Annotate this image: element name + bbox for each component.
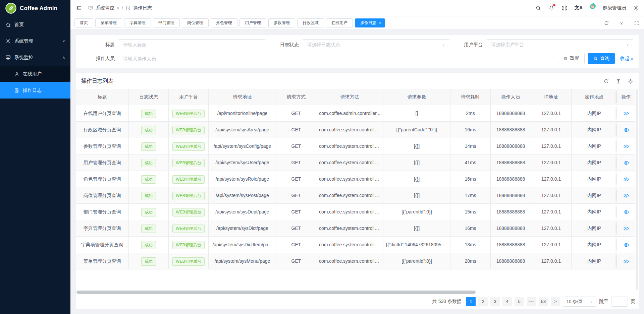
cell-params: [{}] [383,138,450,154]
refresh-icon[interactable] [603,78,609,84]
cell-params: [{"dictId":140647326180950... [383,237,450,253]
sidebar-item-system-monitor[interactable]: 系统监控 ∧ [0,49,70,66]
sidebar-item-operation-log[interactable]: 操作日志 [0,82,70,99]
refresh-tab-icon[interactable] [599,16,614,29]
view-detail-eye-icon[interactable] [623,127,629,133]
sidebar: Coffee Admin 首页 系统管理 ∨ 系统监控 ∧ 在线用户 [0,0,70,314]
tab-item[interactable]: 部门管理 [153,18,180,27]
view-detail-eye-icon[interactable] [623,226,629,232]
table-row: 岗位管理分页查询成功WEB管理后台/api/system/sysPost/pag… [76,187,639,204]
app-logo[interactable]: Coffee Admin [0,0,70,16]
fullscreen-icon[interactable] [561,5,568,11]
cell-time: 16ms [450,122,491,138]
view-detail-eye-icon[interactable] [623,143,629,149]
menu-fold-icon[interactable] [76,5,82,11]
view-detail-eye-icon[interactable] [623,111,629,117]
app-title: Coffee Admin [20,5,57,12]
username-label: 超级管理员 [603,5,626,11]
table-row: 部门管理分页查询成功WEB管理后台/api/system/sysDept/pag… [76,204,639,220]
sidebar-item-online-users[interactable]: 在线用户 [0,66,70,82]
jump-page-input[interactable] [611,297,628,307]
cell-time: 17ms [450,187,491,204]
reset-label: 重置 [570,56,579,62]
settings-gear-icon[interactable] [633,5,639,11]
cell-url: /api/system/sysConfig/page [209,138,276,154]
cell-title: 用户管理分页查询 [76,154,129,171]
next-page-button[interactable]: > [551,297,560,306]
page-button[interactable]: 53 [539,297,548,306]
platform-badge: WEB管理后台 [172,208,204,216]
view-detail-eye-icon[interactable] [623,160,629,166]
tab-item[interactable]: 菜单管理 [95,18,122,27]
open-tabs: 首页菜单管理字典管理部门管理岗位管理角色管理用户管理参数管理行政区域在线用户操作… [74,18,387,27]
tab-label: 菜单管理 [101,20,117,26]
cell-ip: 127.0.0.1 [531,220,572,237]
column-header: 用户平台 [169,89,209,105]
title-input[interactable] [119,39,265,50]
page-size-select[interactable]: 10 条/页 ∨ [563,297,596,307]
breadcrumb: 系统监控 ∨ / 操作日志 [88,5,152,11]
tab-item[interactable]: 字典管理 [124,18,151,27]
reset-button[interactable]: 重置 [558,53,585,64]
tab-item[interactable]: 用户管理 [239,18,266,27]
page-button[interactable]: 5 [515,297,524,306]
column-header: 标题 [76,89,129,105]
operator-input[interactable] [119,53,265,64]
breadcrumb-section[interactable]: 系统监控 [96,5,114,11]
horizontal-scrollbar[interactable] [76,291,476,294]
tab-item[interactable]: 角色管理 [211,18,237,27]
page-button[interactable]: 2 [478,297,488,306]
cell-method: GET [276,138,316,154]
cell-params: [{"parentId":0}] [383,204,450,220]
notification-bell-icon[interactable] [548,5,554,11]
cell-location: 内网IP [572,154,617,171]
cell-location: 内网IP [572,204,617,220]
search-label: 查询 [600,56,609,62]
cell-url: /api/system/sysRole/page [209,171,276,187]
translate-icon[interactable]: 文A [575,5,583,11]
log-status-select[interactable]: 请选择日志状态 ∨ [303,39,449,50]
tab-item[interactable]: 岗位管理 [182,18,209,27]
tab-actions-dropdown[interactable]: ∨ [614,16,629,29]
view-detail-eye-icon[interactable] [623,176,629,182]
tab-item[interactable]: 首页 [74,18,93,27]
sidebar-item-system-management[interactable]: 系统管理 ∨ [0,33,70,49]
page-buttons: 12345•••53 [466,297,548,306]
maximize-content-icon[interactable] [629,16,644,29]
page-button[interactable]: 4 [502,297,512,306]
page-button[interactable]: 3 [490,297,500,306]
cell-title: 行政区域分页查询 [76,122,129,138]
page-button[interactable]: 1 [466,297,476,306]
tab-label: 部门管理 [158,20,174,26]
chevron-up-icon: ∧ [62,55,65,60]
breadcrumb-separator: / [122,5,123,11]
sidebar-item-home[interactable]: 首页 [0,16,70,33]
view-detail-eye-icon[interactable] [623,193,629,199]
tab-item[interactable]: 操作日志× [355,18,385,27]
cell-handler: com.coffee.admin.controller... [316,105,383,122]
cell-title: 在线用户分页查询 [76,105,129,122]
cell-action [617,204,635,220]
tab-close-icon[interactable]: × [379,21,382,25]
tab-item[interactable]: 参数管理 [268,18,295,27]
cell-time: 16ms [450,220,491,237]
column-settings-gear-icon[interactable] [628,78,633,84]
top-bar-actions: 文A 超级管理员 [535,3,639,13]
tab-item[interactable]: 在线用户 [326,18,353,27]
view-detail-eye-icon[interactable] [623,258,629,264]
collapse-filters-link[interactable]: 收起 ∧ [620,56,633,62]
search-button[interactable]: 查询 [588,53,615,64]
user-menu[interactable]: 超级管理员 [590,3,626,13]
pagination: 共 530 条数据 12345•••53 > 10 条/页 ∨ 跳至 页 [76,294,639,309]
view-detail-eye-icon[interactable] [623,209,629,215]
view-detail-eye-icon[interactable] [623,242,629,248]
chevron-down-icon[interactable]: ∨ [117,6,119,10]
cell-status: 成功 [129,154,169,171]
vertical-scrollbar[interactable] [636,89,638,290]
cell-operator: 18888888888 [491,237,531,253]
row-density-icon[interactable] [615,78,621,84]
user-platform-select[interactable]: 请选择用户平台 ∨ [487,39,633,50]
tab-item[interactable]: 行政区域 [297,18,324,27]
filter-row-1: 标题 日志状态 请选择日志状态 ∨ 用户平台 请选择用户平台 [81,39,633,50]
search-icon[interactable] [535,5,541,11]
